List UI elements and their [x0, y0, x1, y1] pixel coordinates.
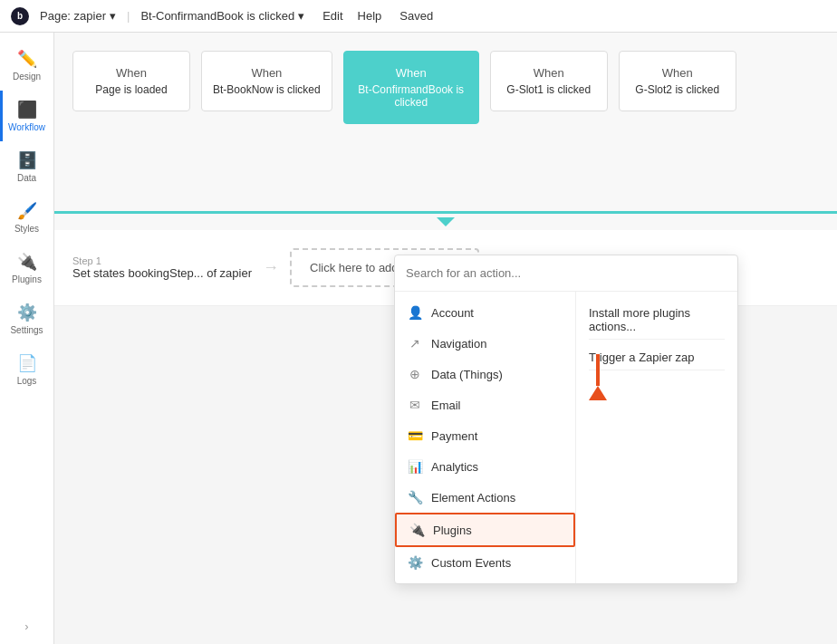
when-event-2: Bt-ConfirmandBook is clicked: [355, 83, 467, 109]
topbar-nav: Edit Help Saved: [322, 9, 433, 23]
data-things-icon: ⊕: [408, 367, 422, 381]
sidebar: ✏️ Design ⬛ Workflow 🗄️ Data 🖌️ Styles 🔌…: [0, 33, 54, 644]
analytics-icon: 📊: [408, 459, 422, 474]
trigger-label: Bt-ConfirmandBook is clicked: [140, 9, 294, 23]
action-item-navigation[interactable]: ↗ Navigation: [395, 328, 575, 359]
when-label-0: When: [84, 66, 178, 80]
when-event-3: G-Slot1 is clicked: [502, 83, 596, 96]
when-event-1: Bt-BookNow is clicked: [213, 83, 321, 96]
action-item-data[interactable]: ⊕ Data (Things): [395, 359, 575, 389]
workflow-card-2[interactable]: When Bt-ConfirmandBook is clicked: [343, 51, 479, 124]
action-list: 👤 Account ↗ Navigation ⊕ Data (Things) ✉…: [395, 292, 576, 583]
sidebar-expand-button[interactable]: ›: [14, 609, 39, 644]
action-label-data: Data (Things): [431, 368, 503, 381]
action-item-account[interactable]: 👤 Account: [395, 297, 575, 328]
action-item-custom-events[interactable]: ⚙️ Custom Events: [395, 547, 575, 578]
navigation-icon: ↗: [408, 336, 422, 351]
arrow-stem: [596, 354, 600, 386]
action-search-area: [395, 255, 737, 292]
action-label-account: Account: [431, 306, 474, 320]
action-picker-dropdown: 👤 Account ↗ Navigation ⊕ Data (Things) ✉…: [394, 255, 738, 584]
when-label-1: When: [213, 66, 321, 80]
plugins-action-icon: 🔌: [409, 523, 424, 537]
email-icon: ✉: [408, 398, 422, 412]
workflow-canvas: When Page is loaded When Bt-BookNow is c…: [54, 33, 837, 214]
action-item-element-actions[interactable]: 🔧 Element Actions: [395, 482, 575, 513]
sidebar-label-plugins: Plugins: [12, 274, 42, 284]
element-actions-icon: 🔧: [408, 490, 422, 505]
when-event-0: Page is loaded: [84, 83, 178, 96]
step-arrow-icon: →: [263, 258, 279, 277]
account-icon: 👤: [408, 305, 422, 320]
when-event-4: G-Slot2 is clicked: [630, 83, 725, 96]
sidebar-label-settings: Settings: [10, 325, 43, 335]
plugins-icon: 🔌: [17, 252, 37, 272]
sidebar-item-design[interactable]: ✏️ Design: [0, 40, 53, 91]
sidebar-label-workflow: Workflow: [8, 122, 45, 132]
design-icon: ✏️: [17, 49, 37, 69]
custom-events-icon: ⚙️: [408, 555, 422, 570]
styles-icon: 🖌️: [17, 201, 37, 221]
help-menu[interactable]: Help: [358, 9, 382, 23]
action-item-plugins[interactable]: 🔌 Plugins: [395, 513, 575, 547]
settings-icon: ⚙️: [17, 303, 37, 322]
workflow-card-0[interactable]: When Page is loaded: [72, 51, 190, 111]
saved-status: Saved: [399, 9, 433, 23]
caret-triangle-icon: [437, 217, 455, 226]
trigger-chevron-icon[interactable]: ▾: [298, 9, 304, 23]
sidebar-label-styles: Styles: [14, 224, 39, 234]
when-label-3: When: [502, 66, 596, 80]
install-plugins-item[interactable]: Install more plugins actions...: [589, 301, 725, 340]
action-search-input[interactable]: [406, 266, 726, 280]
edit-menu[interactable]: Edit: [322, 9, 342, 23]
step-number: Step 1: [72, 255, 252, 266]
action-label-plugins: Plugins: [433, 524, 472, 537]
logo-icon: b: [11, 7, 29, 25]
sidebar-label-logs: Logs: [17, 376, 37, 386]
page-selector[interactable]: Page: zapier ▾: [40, 9, 116, 23]
workflow-card-1[interactable]: When Bt-BookNow is clicked: [201, 51, 332, 111]
page-label: Page: zapier: [40, 9, 106, 23]
sidebar-item-plugins[interactable]: 🔌 Plugins: [0, 243, 53, 293]
workflow-icon: ⬛: [17, 100, 37, 120]
logs-icon: 📄: [17, 353, 37, 373]
action-label-navigation: Navigation: [431, 337, 486, 351]
action-picker-body: 👤 Account ↗ Navigation ⊕ Data (Things) ✉…: [395, 292, 737, 583]
content-area: When Page is loaded When Bt-BookNow is c…: [54, 33, 837, 644]
arrow-head-icon: [589, 386, 607, 400]
sidebar-label-design: Design: [13, 72, 41, 82]
action-label-element-actions: Element Actions: [431, 491, 515, 505]
sidebar-label-data: Data: [17, 173, 36, 183]
action-label-custom-events: Custom Events: [431, 556, 511, 570]
sidebar-item-logs[interactable]: 📄 Logs: [0, 344, 53, 395]
red-arrow-indicator: [589, 354, 607, 400]
trigger-zapier-item[interactable]: Trigger a Zapier zap: [589, 345, 725, 370]
sidebar-item-data[interactable]: 🗄️ Data: [0, 141, 53, 192]
topbar-divider: |: [127, 9, 130, 23]
topbar: b Page: zapier ▾ | Bt-ConfirmandBook is …: [0, 0, 837, 33]
data-icon: 🗄️: [17, 150, 37, 170]
when-label-2: When: [355, 66, 467, 80]
action-label-analytics: Analytics: [431, 460, 478, 474]
step-info: Step 1 Set states bookingStep... of zapi…: [72, 255, 252, 280]
payment-icon: 💳: [408, 428, 422, 443]
action-item-email[interactable]: ✉ Email: [395, 389, 575, 420]
action-label-email: Email: [431, 399, 461, 412]
workflow-card-3[interactable]: When G-Slot1 is clicked: [490, 51, 608, 111]
action-item-analytics[interactable]: 📊 Analytics: [395, 451, 575, 482]
sidebar-item-settings[interactable]: ⚙️ Settings: [0, 293, 53, 344]
action-item-payment[interactable]: 💳 Payment: [395, 420, 575, 451]
when-label-4: When: [630, 66, 725, 80]
action-right-panel: Install more plugins actions... Trigger …: [576, 292, 737, 583]
sidebar-item-styles[interactable]: 🖌️ Styles: [0, 192, 53, 243]
page-chevron-icon[interactable]: ▾: [110, 9, 116, 23]
step-name: Set states bookingStep... of zapier: [72, 266, 252, 280]
trigger-selector[interactable]: Bt-ConfirmandBook is clicked ▾: [140, 9, 304, 23]
action-label-payment: Payment: [431, 429, 477, 443]
canvas-caret: [54, 214, 837, 230]
sidebar-item-workflow[interactable]: ⬛ Workflow: [0, 91, 53, 141]
main-layout: ✏️ Design ⬛ Workflow 🗄️ Data 🖌️ Styles 🔌…: [0, 33, 837, 644]
workflow-card-4[interactable]: When G-Slot2 is clicked: [619, 51, 736, 111]
